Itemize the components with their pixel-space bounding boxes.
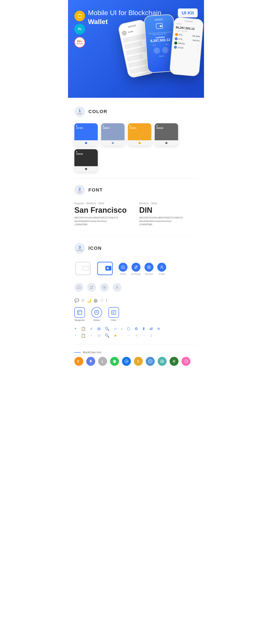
assets-icon-item: Assets	[118, 263, 128, 275]
icon-section-header: 3 THREE ICON	[74, 243, 198, 254]
section-number-2: 2 TWO	[74, 185, 85, 195]
ethereum-icon	[86, 357, 95, 366]
star-icon: ☆	[114, 326, 117, 331]
utility-icons-row: + 📋 ✓ ⊞ 🔍 ☆ ‹ ⬡ ⚙ ⬆ ⇄ ✕	[74, 326, 198, 331]
share-icon: ⬡	[127, 326, 130, 331]
svg-rect-3	[160, 25, 162, 27]
qr-icon-gray: ⊞	[97, 333, 100, 338]
plus-icon: +	[74, 326, 77, 331]
plus-icon-gray: +	[74, 333, 77, 338]
wallet-wireframe-icon	[74, 260, 92, 278]
swatch-gray: #666666	[155, 123, 178, 146]
history-icon	[92, 307, 102, 318]
layers-icon: ⚙	[81, 298, 84, 303]
speech-icon: 🗨	[100, 298, 104, 303]
assets-icon-gray	[74, 283, 83, 292]
dash-icon	[122, 357, 131, 366]
clipboard-icon: 📋	[81, 326, 86, 331]
wing-icon	[110, 357, 119, 366]
close-icon: ✕	[157, 326, 160, 331]
profile-icon-gray	[112, 283, 122, 292]
litecoin-icon: Ł	[98, 357, 107, 366]
svg-point-25	[95, 312, 96, 313]
star-icon-active: ★	[114, 333, 117, 338]
check-icon: ✓	[90, 326, 93, 331]
svg-rect-5	[83, 266, 89, 270]
upload-icon: ⬆	[142, 326, 145, 331]
hero-section: Ps 60+ Screens Mobile UI for Blockchain …	[68, 0, 204, 98]
section-number-1: 1 ONE	[74, 106, 85, 117]
search-icon: 🔍	[105, 326, 110, 331]
font-title: FONT	[88, 187, 103, 193]
settings-icon: ⚙	[134, 326, 138, 331]
svg-point-15	[161, 266, 162, 268]
back-icon-gray: ‹	[121, 333, 122, 338]
discover-icon	[144, 263, 154, 272]
blockchain-label: BlockChain Icon	[83, 351, 101, 354]
circle-icon: ⬤	[94, 298, 98, 303]
swatch-grayblue: #8DA0C8	[101, 123, 124, 146]
icon-title: ICON	[88, 246, 102, 251]
color-swatches: #3574FA #8DA0C8 #F5A623 #666666 #303030	[74, 123, 198, 172]
utility-icons-gray-row: + 📋 ✓ ⊞ 🔍 ★ ‹ ↔ ✕ → ℹ	[74, 333, 198, 338]
svg-point-17	[78, 287, 79, 288]
check-icon-gray: ✓	[90, 333, 93, 338]
forward-icon-gray: →	[142, 333, 146, 338]
assets-icon	[118, 263, 128, 272]
back-icon: ‹	[121, 326, 122, 331]
section-number-3: 3 THREE	[74, 243, 85, 254]
order-icon-item: Order	[108, 307, 119, 321]
sketch-icon	[74, 11, 85, 21]
font-sf: Regular · Medium · Bold San Francisco AB…	[74, 202, 133, 226]
font-din: Medium · Bold DIN ABCDEFGHIJKLMNOPQRSTUV…	[139, 202, 198, 226]
discover-icon-item: Discover	[144, 263, 154, 275]
moon-icon: 🌙	[87, 298, 92, 303]
order-icon	[108, 307, 119, 318]
svg-text:Z: Z	[137, 360, 139, 363]
swap-icon: ⇄	[150, 326, 153, 331]
svg-point-19	[104, 287, 105, 288]
svg-point-12	[122, 267, 124, 268]
info-icon: ℹ	[106, 298, 107, 303]
management-icon-item: Mangment	[74, 307, 85, 321]
close-icon-gray: ✕	[135, 333, 138, 338]
wallet-filled-icon	[96, 260, 114, 278]
blockchain-label-row: BlockChain Icon	[74, 351, 198, 354]
svg-point-14	[148, 266, 150, 268]
svg-point-44	[186, 361, 186, 362]
svg-marker-43	[173, 360, 175, 362]
exchange-icon-item: Exchange	[131, 263, 141, 275]
color-title: COLOR	[88, 109, 107, 114]
font-grid: Regular · Medium · Bold San Francisco AB…	[74, 202, 198, 230]
lisk-icon	[158, 357, 166, 366]
screens-badge: 60+ Screens	[74, 37, 85, 48]
photoshop-icon: Ps	[74, 24, 85, 34]
wanchain-icon	[170, 357, 178, 366]
profile-icon	[157, 263, 166, 272]
nano-icon	[182, 357, 190, 366]
svg-marker-41	[161, 360, 163, 362]
exchange-icon-gray	[87, 283, 96, 292]
crypto-icons-row: ₿ Ł Z	[74, 357, 198, 366]
clipboard-icon-gray: 📋	[81, 333, 86, 338]
swatch-orange: #F5A623	[128, 123, 151, 146]
discover-icon-gray	[100, 283, 109, 292]
swatch-blue: #3574FA	[74, 123, 98, 146]
svg-text:₿: ₿	[77, 360, 79, 363]
qr-icon: ⊞	[97, 326, 100, 331]
search-icon-gray: 🔍	[105, 333, 110, 338]
svg-point-10	[107, 268, 108, 269]
svg-rect-21	[78, 310, 82, 314]
share-icon-gray: ↔	[127, 333, 131, 338]
blockchain-line	[74, 352, 81, 352]
zcash-icon: Z	[134, 357, 143, 366]
chat-icon: 💬	[74, 298, 79, 303]
grid-icon	[146, 357, 155, 366]
swatch-dark: #303030	[74, 149, 98, 172]
svg-text:Ł: Ł	[102, 360, 104, 363]
svg-marker-31	[90, 360, 92, 362]
profile-icon-item: Profile	[157, 263, 166, 275]
history-icon-item: History	[92, 307, 102, 321]
exchange-icon	[132, 263, 140, 272]
svg-point-20	[116, 286, 118, 288]
